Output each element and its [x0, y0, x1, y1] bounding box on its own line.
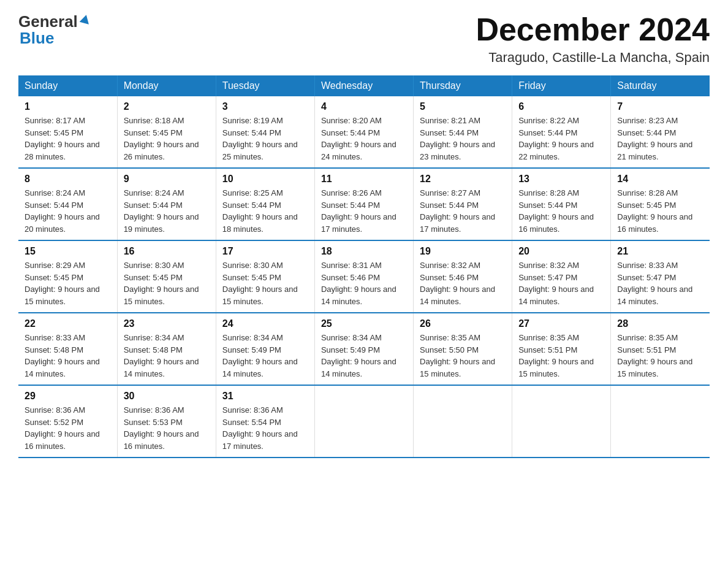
- day-number: 30: [124, 391, 210, 402]
- day-number: 7: [617, 101, 703, 112]
- calendar-cell: [512, 385, 611, 458]
- day-info: Sunrise: 8:36 AM Sunset: 5:53 PM Dayligh…: [124, 404, 210, 452]
- day-number: 6: [518, 101, 604, 112]
- day-info: Sunrise: 8:33 AM Sunset: 5:48 PM Dayligh…: [25, 332, 111, 380]
- day-number: 27: [518, 318, 604, 329]
- week-row-1: 1 Sunrise: 8:17 AM Sunset: 5:45 PM Dayli…: [18, 96, 710, 168]
- day-info: Sunrise: 8:18 AM Sunset: 5:45 PM Dayligh…: [124, 115, 210, 163]
- day-number: 8: [25, 174, 111, 185]
- calendar-cell: [314, 385, 413, 458]
- day-number: 19: [420, 246, 506, 257]
- day-number: 5: [420, 101, 506, 112]
- calendar-cell: 16 Sunrise: 8:30 AM Sunset: 5:45 PM Dayl…: [117, 240, 216, 313]
- calendar-cell: 10 Sunrise: 8:25 AM Sunset: 5:44 PM Dayl…: [216, 168, 314, 240]
- day-number: 18: [321, 246, 407, 257]
- day-info: Sunrise: 8:32 AM Sunset: 5:46 PM Dayligh…: [420, 259, 506, 307]
- day-number: 20: [518, 246, 604, 257]
- calendar-cell: 28 Sunrise: 8:35 AM Sunset: 5:51 PM Dayl…: [611, 313, 710, 385]
- calendar-cell: 9 Sunrise: 8:24 AM Sunset: 5:44 PM Dayli…: [117, 168, 216, 240]
- day-header-monday: Monday: [117, 75, 216, 96]
- day-number: 9: [124, 174, 210, 185]
- calendar-cell: 5 Sunrise: 8:21 AM Sunset: 5:44 PM Dayli…: [414, 96, 512, 168]
- month-title: December 2024: [476, 12, 710, 47]
- day-info: Sunrise: 8:25 AM Sunset: 5:44 PM Dayligh…: [222, 187, 308, 235]
- day-info: Sunrise: 8:35 AM Sunset: 5:50 PM Dayligh…: [420, 332, 506, 380]
- day-header-thursday: Thursday: [414, 75, 512, 96]
- week-row-4: 22 Sunrise: 8:33 AM Sunset: 5:48 PM Dayl…: [18, 313, 710, 385]
- day-info: Sunrise: 8:24 AM Sunset: 5:44 PM Dayligh…: [25, 187, 111, 235]
- day-info: Sunrise: 8:28 AM Sunset: 5:45 PM Dayligh…: [617, 187, 703, 235]
- day-number: 13: [518, 174, 604, 185]
- page-header: General Blue December 2024 Taragudo, Cas…: [18, 12, 710, 66]
- day-info: Sunrise: 8:21 AM Sunset: 5:44 PM Dayligh…: [420, 115, 506, 163]
- day-number: 22: [25, 318, 111, 329]
- day-info: Sunrise: 8:24 AM Sunset: 5:44 PM Dayligh…: [124, 187, 210, 235]
- calendar-cell: 13 Sunrise: 8:28 AM Sunset: 5:44 PM Dayl…: [512, 168, 611, 240]
- day-number: 4: [321, 101, 407, 112]
- day-info: Sunrise: 8:17 AM Sunset: 5:45 PM Dayligh…: [25, 115, 111, 163]
- calendar-cell: 24 Sunrise: 8:34 AM Sunset: 5:49 PM Dayl…: [216, 313, 314, 385]
- calendar-cell: 6 Sunrise: 8:22 AM Sunset: 5:44 PM Dayli…: [512, 96, 611, 168]
- day-info: Sunrise: 8:34 AM Sunset: 5:49 PM Dayligh…: [222, 332, 308, 380]
- days-of-week-row: SundayMondayTuesdayWednesdayThursdayFrid…: [18, 75, 710, 96]
- calendar-cell: 8 Sunrise: 8:24 AM Sunset: 5:44 PM Dayli…: [18, 168, 117, 240]
- day-number: 29: [25, 391, 111, 402]
- svg-marker-0: [80, 13, 91, 25]
- calendar-cell: [414, 385, 512, 458]
- day-number: 16: [124, 246, 210, 257]
- calendar-cell: 23 Sunrise: 8:34 AM Sunset: 5:48 PM Dayl…: [117, 313, 216, 385]
- week-row-5: 29 Sunrise: 8:36 AM Sunset: 5:52 PM Dayl…: [18, 385, 710, 458]
- day-number: 26: [420, 318, 506, 329]
- calendar-cell: 27 Sunrise: 8:35 AM Sunset: 5:51 PM Dayl…: [512, 313, 611, 385]
- calendar-cell: 14 Sunrise: 8:28 AM Sunset: 5:45 PM Dayl…: [611, 168, 710, 240]
- day-info: Sunrise: 8:20 AM Sunset: 5:44 PM Dayligh…: [321, 115, 407, 163]
- calendar-cell: 4 Sunrise: 8:20 AM Sunset: 5:44 PM Dayli…: [314, 96, 413, 168]
- logo-triangle-icon: [80, 13, 91, 27]
- day-number: 28: [617, 318, 703, 329]
- day-info: Sunrise: 8:36 AM Sunset: 5:54 PM Dayligh…: [222, 404, 308, 452]
- calendar-table: SundayMondayTuesdayWednesdayThursdayFrid…: [18, 75, 710, 458]
- day-header-saturday: Saturday: [611, 75, 710, 96]
- day-info: Sunrise: 8:26 AM Sunset: 5:44 PM Dayligh…: [321, 187, 407, 235]
- day-header-sunday: Sunday: [18, 75, 117, 96]
- calendar-cell: 26 Sunrise: 8:35 AM Sunset: 5:50 PM Dayl…: [414, 313, 512, 385]
- day-number: 15: [25, 246, 111, 257]
- day-info: Sunrise: 8:31 AM Sunset: 5:46 PM Dayligh…: [321, 259, 407, 307]
- calendar-cell: 3 Sunrise: 8:19 AM Sunset: 5:44 PM Dayli…: [216, 96, 314, 168]
- day-header-friday: Friday: [512, 75, 611, 96]
- day-number: 23: [124, 318, 210, 329]
- day-number: 1: [25, 101, 111, 112]
- day-info: Sunrise: 8:23 AM Sunset: 5:44 PM Dayligh…: [617, 115, 703, 163]
- calendar-cell: 20 Sunrise: 8:32 AM Sunset: 5:47 PM Dayl…: [512, 240, 611, 313]
- day-info: Sunrise: 8:34 AM Sunset: 5:49 PM Dayligh…: [321, 332, 407, 380]
- calendar-cell: 31 Sunrise: 8:36 AM Sunset: 5:54 PM Dayl…: [216, 385, 314, 458]
- calendar-cell: 12 Sunrise: 8:27 AM Sunset: 5:44 PM Dayl…: [414, 168, 512, 240]
- day-number: 31: [222, 391, 308, 402]
- calendar-cell: 21 Sunrise: 8:33 AM Sunset: 5:47 PM Dayl…: [611, 240, 710, 313]
- day-info: Sunrise: 8:27 AM Sunset: 5:44 PM Dayligh…: [420, 187, 506, 235]
- day-number: 2: [124, 101, 210, 112]
- calendar-cell: 17 Sunrise: 8:30 AM Sunset: 5:45 PM Dayl…: [216, 240, 314, 313]
- day-info: Sunrise: 8:28 AM Sunset: 5:44 PM Dayligh…: [518, 187, 604, 235]
- day-number: 12: [420, 174, 506, 185]
- day-info: Sunrise: 8:34 AM Sunset: 5:48 PM Dayligh…: [124, 332, 210, 380]
- calendar-cell: 19 Sunrise: 8:32 AM Sunset: 5:46 PM Dayl…: [414, 240, 512, 313]
- calendar-cell: 15 Sunrise: 8:29 AM Sunset: 5:45 PM Dayl…: [18, 240, 117, 313]
- day-number: 14: [617, 174, 703, 185]
- calendar-cell: [611, 385, 710, 458]
- week-row-3: 15 Sunrise: 8:29 AM Sunset: 5:45 PM Dayl…: [18, 240, 710, 313]
- calendar-cell: 29 Sunrise: 8:36 AM Sunset: 5:52 PM Dayl…: [18, 385, 117, 458]
- calendar-cell: 1 Sunrise: 8:17 AM Sunset: 5:45 PM Dayli…: [18, 96, 117, 168]
- week-row-2: 8 Sunrise: 8:24 AM Sunset: 5:44 PM Dayli…: [18, 168, 710, 240]
- day-number: 10: [222, 174, 308, 185]
- calendar-cell: 18 Sunrise: 8:31 AM Sunset: 5:46 PM Dayl…: [314, 240, 413, 313]
- calendar-cell: 7 Sunrise: 8:23 AM Sunset: 5:44 PM Dayli…: [611, 96, 710, 168]
- day-info: Sunrise: 8:19 AM Sunset: 5:44 PM Dayligh…: [222, 115, 308, 163]
- day-info: Sunrise: 8:32 AM Sunset: 5:47 PM Dayligh…: [518, 259, 604, 307]
- location-subtitle: Taragudo, Castille-La Mancha, Spain: [476, 50, 710, 66]
- day-info: Sunrise: 8:30 AM Sunset: 5:45 PM Dayligh…: [124, 259, 210, 307]
- day-info: Sunrise: 8:22 AM Sunset: 5:44 PM Dayligh…: [518, 115, 604, 163]
- day-info: Sunrise: 8:33 AM Sunset: 5:47 PM Dayligh…: [617, 259, 703, 307]
- logo: General Blue: [18, 12, 91, 48]
- day-header-wednesday: Wednesday: [314, 75, 413, 96]
